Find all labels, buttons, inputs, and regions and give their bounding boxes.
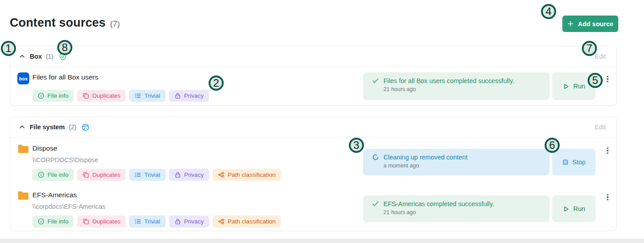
- tag-file-info: File info: [32, 90, 74, 102]
- tag-path-classification: Path classification: [213, 215, 281, 227]
- tag-label: Privacy: [184, 171, 204, 178]
- spinner-icon: [372, 154, 379, 161]
- content-sources-page: Content sources (7) Add source Box (1) E…: [0, 0, 644, 243]
- hierarchy-icon: [218, 218, 225, 225]
- tag-label: File info: [47, 171, 68, 178]
- tag-privacy: Privacy: [169, 215, 209, 227]
- source-row-dispose: Dispose \\CORPDOCS\Dispose File info Dup…: [10, 138, 616, 184]
- tag-label: Trivial: [144, 171, 160, 178]
- annotation-circle-1: 1: [1, 41, 16, 56]
- duplicates-icon: [83, 218, 89, 225]
- section-title: File system: [30, 123, 65, 131]
- status-text: Cleaning up removed content: [383, 154, 467, 161]
- tag-list: File info Duplicates Trivial Privacy Pat…: [32, 169, 281, 181]
- source-title: Dispose: [32, 144, 57, 152]
- tag-label: File info: [47, 92, 68, 99]
- tag-label: File info: [47, 218, 68, 225]
- section-count: (2): [69, 123, 76, 131]
- source-path: \\CORPDOCS\Dispose: [32, 156, 98, 163]
- tag-file-info: File info: [32, 169, 74, 181]
- tag-trivial: Trivial: [129, 169, 166, 181]
- list-icon: [134, 171, 141, 178]
- tag-label: Path classification: [228, 218, 276, 225]
- play-icon: [563, 83, 569, 90]
- tag-list: File info Duplicates Trivial Privacy Pat…: [32, 215, 281, 227]
- annotation-circle-8: 8: [57, 40, 72, 55]
- list-icon: [134, 218, 141, 225]
- tag-label: Duplicates: [92, 171, 120, 178]
- check-icon: [372, 77, 379, 84]
- tag-trivial: Trivial: [129, 90, 166, 102]
- plus-icon: [567, 20, 574, 27]
- box-app-icon: box: [17, 72, 29, 84]
- info-icon: [38, 218, 44, 225]
- status-time: 21 hours ago: [383, 209, 549, 215]
- run-label: Run: [573, 83, 585, 90]
- status-box: EFS-Americas completed successfully. 21 …: [363, 195, 549, 222]
- kebab-menu-button[interactable]: [604, 191, 612, 203]
- info-icon: [38, 171, 44, 178]
- annotation-circle-6: 6: [545, 138, 560, 153]
- collapse-chevron-icon[interactable]: [19, 123, 26, 131]
- tag-path-classification: Path classification: [213, 169, 281, 181]
- stop-icon: [562, 159, 569, 165]
- tag-duplicates: Duplicates: [77, 215, 126, 227]
- tag-label: Duplicates: [92, 92, 120, 99]
- tag-privacy: Privacy: [169, 90, 209, 102]
- lock-icon: [174, 92, 181, 99]
- annotation-circle-5: 5: [588, 73, 603, 88]
- tag-duplicates: Duplicates: [77, 169, 126, 181]
- tag-label: Path classification: [228, 171, 276, 178]
- folder-icon: [17, 191, 29, 203]
- kebab-menu-button[interactable]: [604, 145, 612, 156]
- check-icon: [372, 200, 379, 207]
- source-row-efs-americas: EFS-Americas \\corpdocs\EFS-Americas Fil…: [10, 184, 616, 231]
- annotation-circle-4: 4: [541, 4, 556, 19]
- section-card-box: Box (1) Edit box Files for all Box users…: [10, 46, 617, 106]
- page-title: Content sources: [10, 16, 106, 30]
- source-path: \\corpdocs\EFS-Americas: [32, 203, 105, 210]
- lock-icon: [174, 171, 181, 178]
- lock-icon: [174, 218, 181, 225]
- stop-label: Stop: [573, 159, 586, 166]
- annotation-circle-7: 7: [582, 41, 597, 56]
- section-count: (1): [46, 53, 53, 60]
- annotation-circle-2: 2: [209, 76, 224, 91]
- collapse-chevron-icon[interactable]: [19, 53, 26, 60]
- tag-label: Privacy: [184, 218, 204, 225]
- info-icon: [38, 92, 44, 99]
- run-button[interactable]: Run: [552, 195, 596, 222]
- play-icon: [563, 206, 569, 212]
- duplicates-icon: [83, 171, 89, 178]
- add-source-label: Add source: [578, 20, 613, 28]
- run-label: Run: [573, 205, 585, 212]
- globe-icon: [81, 123, 90, 131]
- status-time: a moment ago: [383, 163, 549, 169]
- add-source-button[interactable]: Add source: [562, 16, 618, 32]
- section-card-file-system: File system (2) Edit Dispose \\CORPDOCS\…: [10, 116, 617, 231]
- source-title: EFS-Americas: [32, 191, 77, 199]
- tag-label: Duplicates: [92, 218, 120, 225]
- section-header-box: Box (1) Edit: [10, 46, 616, 67]
- status-box: Files for all Box users completed succes…: [363, 72, 549, 100]
- duplicates-icon: [83, 92, 89, 99]
- source-row-box-users: box Files for all Box users File info Du…: [10, 67, 616, 106]
- kebab-menu-button[interactable]: [604, 73, 612, 85]
- hierarchy-icon: [218, 171, 225, 178]
- edit-button[interactable]: Edit: [592, 123, 608, 131]
- tag-privacy: Privacy: [169, 169, 209, 181]
- folder-icon: [17, 144, 29, 156]
- page-count: (7): [110, 20, 120, 29]
- status-box: Cleaning up removed content a moment ago: [363, 149, 549, 175]
- status-text: Files for all Box users completed succes…: [383, 77, 514, 84]
- tag-label: Privacy: [184, 92, 204, 99]
- status-text: EFS-Americas completed successfully.: [383, 200, 494, 207]
- section-title: Box: [30, 53, 42, 60]
- annotation-circle-3: 3: [349, 138, 364, 153]
- tag-label: Trivial: [144, 92, 160, 99]
- stop-button[interactable]: Stop: [552, 149, 596, 175]
- tag-duplicates: Duplicates: [77, 90, 126, 102]
- tag-list: File info Duplicates Trivial Privacy: [32, 90, 209, 102]
- bottom-strip: [0, 239, 644, 243]
- tag-label: Trivial: [144, 218, 160, 225]
